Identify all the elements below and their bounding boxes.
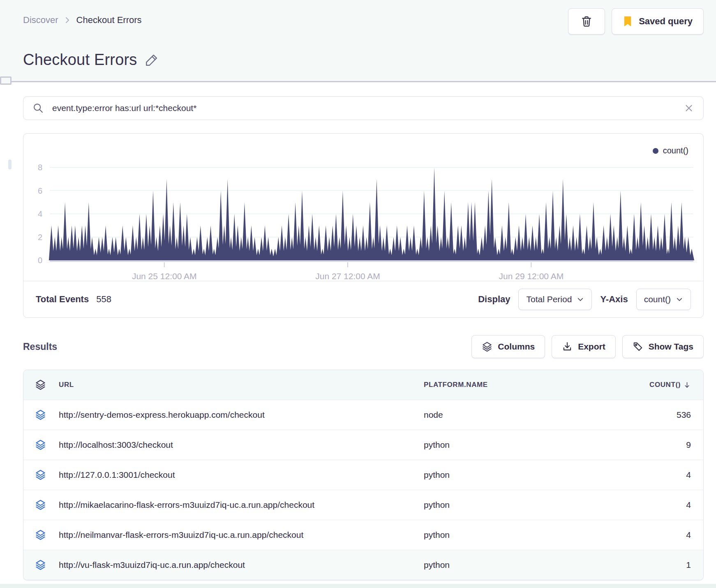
row-platform: node [424,410,601,420]
stack-icon [482,341,492,352]
download-icon [562,341,573,352]
header-divider [0,81,716,82]
results-heading: Results [23,341,57,352]
row-count: 4 [601,530,703,540]
breadcrumb-discover-link[interactable]: Discover [23,15,58,25]
svg-text:Jun 25 12:00 AM: Jun 25 12:00 AM [132,271,197,281]
column-header-count[interactable]: COUNT() [601,381,703,389]
svg-text:0: 0 [38,256,42,265]
row-count: 9 [601,440,703,450]
search-bar [23,96,704,120]
total-events-value: 558 [96,294,111,305]
yaxis-dropdown[interactable]: count() [636,289,691,310]
results-header-row: Results Columns Export [23,335,704,358]
delete-query-button[interactable] [568,8,605,35]
row-count: 1 [601,560,703,570]
header-actions: Saved query [568,8,704,35]
export-button[interactable]: Export [552,335,616,358]
total-events: Total Events 558 [36,294,111,305]
page-bottom-edge [0,584,716,588]
events-bar-chart[interactable]: 02468Jun 25 12:00 AMJun 27 12:00 AMJun 2… [23,143,703,281]
row-url[interactable]: http://localhost:3003/checkout [59,440,424,450]
svg-text:6: 6 [38,186,42,195]
events-chart-card: count() 02468Jun 25 12:00 AMJun 27 12:00… [23,133,704,318]
clear-search-icon[interactable] [684,103,694,113]
row-count: 4 [601,470,703,480]
row-count: 536 [601,410,703,420]
svg-text:4: 4 [38,209,42,218]
display-label: Display [478,294,510,305]
row-url[interactable]: http://127.0.0.1:3001/checkout [59,470,424,480]
edit-title-icon[interactable] [145,53,159,67]
chart-controls: Display Total Period Y-Axis count() [478,289,691,310]
yaxis-dropdown-value: count() [644,294,671,304]
saved-query-label: Saved query [639,16,693,27]
table-row: http://127.0.0.1:3001/checkoutpython4 [23,460,703,490]
tag-icon [633,341,643,352]
breadcrumb-chevron-icon [64,15,71,25]
table-row: http://vu-flask-m3uuizd7iq-uc.a.run.app/… [23,550,703,580]
trash-icon [580,15,593,28]
svg-text:Jun 29 12:00 AM: Jun 29 12:00 AM [499,271,564,281]
search-input[interactable] [51,103,676,113]
legend-label: count() [663,146,688,155]
row-platform: python [424,560,601,570]
svg-text:Jun 27 12:00 AM: Jun 27 12:00 AM [315,271,380,281]
svg-text:8: 8 [38,163,42,172]
bookmark-icon [623,16,633,27]
chart-legend[interactable]: count() [653,146,688,155]
breadcrumb-current: Checkout Errors [76,15,142,25]
row-platform: python [424,530,601,540]
stack-icon[interactable] [35,469,46,481]
row-url[interactable]: http://sentry-demos-express.herokuapp.co… [59,410,424,420]
row-url[interactable]: http://mikaelacarino-flask-errors-m3uuiz… [59,500,424,510]
row-platform: python [424,440,601,450]
stack-icon[interactable] [35,559,46,571]
row-url[interactable]: http://neilmanvar-flask-errors-m3uuizd7i… [59,530,424,540]
page-title: Checkout Errors [23,51,137,69]
row-platform: python [424,500,601,510]
chart-footer: Total Events 558 Display Total Period Y-… [23,281,703,317]
column-header-platform[interactable]: PLATFORM.NAME [424,381,601,389]
search-icon [32,102,44,114]
table-body: http://sentry-demos-express.herokuapp.co… [23,400,703,580]
columns-button[interactable]: Columns [471,335,545,358]
panel-collapse-tab[interactable] [0,76,12,85]
table-header-row: URL PLATFORM.NAME COUNT() [23,370,703,400]
results-table: URL PLATFORM.NAME COUNT() http://sentry-… [23,370,704,580]
chevron-down-icon [577,296,584,303]
stack-icon[interactable] [35,439,46,451]
column-header-url[interactable]: URL [59,381,424,389]
svg-text:2: 2 [38,233,42,242]
saved-query-button[interactable]: Saved query [612,8,704,35]
row-platform: python [424,470,601,480]
table-row: http://neilmanvar-flask-errors-m3uuizd7i… [23,520,703,550]
table-row: http://localhost:3003/checkoutpython9 [23,430,703,460]
sidebar-drag-handle[interactable] [8,160,12,169]
total-events-label: Total Events [36,294,89,305]
page-header: Discover Checkout Errors [0,0,716,81]
sort-desc-icon [683,381,691,389]
stack-icon[interactable] [35,499,46,511]
stack-icon[interactable] [35,409,46,421]
chevron-down-icon [676,296,683,303]
yaxis-label: Y-Axis [600,294,628,305]
legend-dot [653,148,658,154]
breadcrumb: Discover Checkout Errors [23,8,142,25]
table-row: http://sentry-demos-express.herokuapp.co… [23,400,703,430]
stack-icon[interactable] [35,379,46,391]
display-dropdown-value: Total Period [526,294,572,304]
discover-saved-query-page: Discover Checkout Errors [0,0,716,580]
stack-icon[interactable] [35,529,46,541]
table-row: http://mikaelacarino-flask-errors-m3uuiz… [23,490,703,520]
row-count: 4 [601,500,703,510]
row-url[interactable]: http://vu-flask-m3uuizd7iq-uc.a.run.app/… [59,560,424,570]
show-tags-button-label: Show Tags [649,342,693,352]
export-button-label: Export [578,342,605,352]
display-dropdown[interactable]: Total Period [518,289,592,310]
main-content: count() 02468Jun 25 12:00 AMJun 27 12:00… [0,96,716,580]
columns-button-label: Columns [498,342,535,352]
results-buttons: Columns Export [471,335,704,358]
show-tags-button[interactable]: Show Tags [622,335,704,358]
